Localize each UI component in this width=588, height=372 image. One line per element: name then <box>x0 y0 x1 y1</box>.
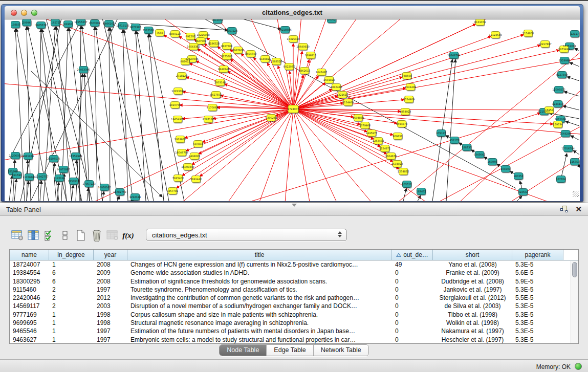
table-cell[interactable]: 5.3E-5 <box>512 260 563 269</box>
table-cell[interactable]: 1997 <box>94 327 127 335</box>
table-cell[interactable]: 0 <box>392 327 433 335</box>
table-row[interactable]: 911546021997Tourette syndrome. Phenomeno… <box>10 286 578 294</box>
table-cell[interactable]: Wolkin et al. (1998) <box>433 319 512 327</box>
table-cell[interactable]: 2008 <box>94 277 127 286</box>
table-cell[interactable]: Corpus callosum shape and size in male p… <box>127 311 392 319</box>
column-header-in_degree[interactable]: in_degree <box>49 250 94 260</box>
table-row[interactable]: 1938455462009Genome-wide association stu… <box>10 269 578 277</box>
table-cell[interactable]: 18300295 <box>10 277 49 286</box>
table-selector-combo[interactable]: citations_edges.txt <box>146 229 347 241</box>
table-cell[interactable]: 5.3E-5 <box>512 336 563 344</box>
table-cell[interactable]: 9699695 <box>10 319 49 327</box>
table-row[interactable]: 946362711997Embryonic stem cells: a mode… <box>10 336 578 344</box>
table-cell[interactable]: Franke et al. (2009) <box>433 269 512 277</box>
table-cell[interactable]: 18724007 <box>10 260 49 269</box>
table-cell[interactable]: 2 <box>49 302 94 310</box>
table-cell[interactable]: 2008 <box>94 260 127 269</box>
table-cell[interactable]: 0 <box>392 294 433 302</box>
table-cell[interactable]: 0 <box>392 311 433 319</box>
table-cell[interactable]: Yano et al. (2008) <box>433 260 512 269</box>
table-row[interactable]: 1872400712008Changes of HCN gene express… <box>10 260 578 269</box>
memory-status-indicator-icon[interactable] <box>575 363 582 370</box>
table-cell[interactable]: 0 <box>392 277 433 286</box>
table-cell[interactable]: Genome-wide association studies in ADHD. <box>127 269 392 277</box>
table-panel-header[interactable]: Table Panel ✕ <box>0 203 588 216</box>
table-row[interactable]: 1830029562008Estimation of significance … <box>10 277 578 286</box>
table-cell[interactable]: 19384554 <box>10 269 49 277</box>
table-cell[interactable]: 0 <box>392 302 433 310</box>
table-cell[interactable]: Estimation of the future numbers of pati… <box>127 327 392 335</box>
table-cell[interactable]: 2009 <box>94 269 127 277</box>
window-resize-grip[interactable] <box>573 191 579 197</box>
table-mode-button[interactable] <box>9 228 25 243</box>
table-cell[interactable]: Structural magnetic resonance image aver… <box>127 319 392 327</box>
table-cell[interactable]: 6 <box>49 277 94 286</box>
row-height-button[interactable] <box>57 228 73 243</box>
table-cell[interactable]: Disruption of a novel member of a sodium… <box>127 302 392 310</box>
table-cell[interactable]: 9115460 <box>10 286 49 294</box>
delete-columns-button[interactable] <box>89 228 104 243</box>
table-cell[interactable]: Jankovic et al. (1997) <box>433 286 512 294</box>
table-cell[interactable]: 14569117 <box>10 302 49 310</box>
destroy-table-button-disabled[interactable] <box>104 228 120 243</box>
function-builder-button[interactable]: f(x) <box>120 228 136 243</box>
table-cell[interactable]: 22420046 <box>10 294 49 302</box>
select-columns-button[interactable] <box>41 228 57 243</box>
table-cell[interactable]: 1998 <box>94 319 127 327</box>
table-cell[interactable]: 1 <box>49 327 94 335</box>
table-cell[interactable]: 1 <box>49 319 94 327</box>
table-cell[interactable]: 2003 <box>94 302 127 310</box>
table-cell[interactable]: 0 <box>392 286 433 294</box>
table-cell[interactable]: de Silva et al. (2003) <box>433 302 512 310</box>
table-cell[interactable]: 6 <box>49 269 94 277</box>
table-cell[interactable]: 1 <box>49 336 94 344</box>
table-cell[interactable]: 2 <box>49 294 94 302</box>
table-cell[interactable]: 5.9E-5 <box>512 277 563 286</box>
split-drag-handle-icon[interactable] <box>292 204 297 207</box>
table-cell[interactable]: Hescheler et al. (1997) <box>433 336 512 344</box>
show-column-button[interactable] <box>25 228 41 243</box>
table-cell[interactable]: 1997 <box>94 336 127 344</box>
table-cell[interactable]: 1997 <box>94 286 127 294</box>
table-cell[interactable]: 5.5E-5 <box>512 294 563 302</box>
table-cell[interactable]: Investigating the contribution of common… <box>127 294 392 302</box>
table-cell[interactable]: 49 <box>392 260 433 269</box>
table-cell[interactable]: 0 <box>392 319 433 327</box>
network-window-titlebar[interactable]: citations_edges.txt <box>5 6 580 19</box>
vertical-scrollbar[interactable] <box>571 261 578 344</box>
table-row[interactable]: 1456911722003Disruption of a novel membe… <box>10 302 578 310</box>
tab-edge-table[interactable]: Edge Table <box>267 345 313 356</box>
table-cell[interactable]: 0 <box>392 269 433 277</box>
table-cell[interactable]: 5.6E-5 <box>512 269 563 277</box>
column-header-title[interactable]: title <box>127 250 392 260</box>
table-cell[interactable]: 1 <box>49 260 94 269</box>
table-cell[interactable]: Tourette syndrome. Phenomenology and cla… <box>127 286 392 294</box>
table-cell[interactable]: Nakamura et al. (1997) <box>433 327 512 335</box>
table-row[interactable]: 2242004622012Investigating the contribut… <box>10 294 578 302</box>
float-window-icon[interactable] <box>560 205 568 213</box>
table-cell[interactable]: 1 <box>49 311 94 319</box>
table-cell[interactable]: Stergiakouli et al. (2012) <box>433 294 512 302</box>
table-row[interactable]: 946554611997Estimation of the future num… <box>10 327 578 335</box>
table-cell[interactable]: Estimation of significance thresholds fo… <box>127 277 392 286</box>
table-cell[interactable]: 9777169 <box>10 311 49 319</box>
table-cell[interactable]: 5.3E-5 <box>512 286 563 294</box>
column-header-year[interactable]: year <box>94 250 127 260</box>
new-table-button[interactable] <box>73 228 89 243</box>
table-cell[interactable]: 0 <box>392 336 433 344</box>
table-row[interactable]: 977716911998Corpus callosum shape and si… <box>10 311 578 319</box>
table-cell[interactable]: 5.3E-5 <box>512 319 563 327</box>
table-cell[interactable]: 2 <box>49 286 94 294</box>
network-canvas[interactable]: 1988320996190557216572919061095523715276… <box>5 19 580 201</box>
table-cell[interactable]: 9465546 <box>10 327 49 335</box>
close-icon[interactable]: ✕ <box>575 205 582 213</box>
table-cell[interactable]: 2012 <box>94 294 127 302</box>
column-header-short[interactable]: short <box>433 250 512 260</box>
table-cell[interactable]: Dudbridge et al. (2008) <box>433 277 512 286</box>
tab-node-table[interactable]: Node Table <box>220 345 267 356</box>
tab-network-table[interactable]: Network Table <box>314 345 368 356</box>
table-cell[interactable]: 9463627 <box>10 336 49 344</box>
table-cell[interactable]: 5.3E-5 <box>512 311 563 319</box>
table-cell[interactable]: 1998 <box>94 311 127 319</box>
table-row[interactable]: 969969511998Structural magnetic resonanc… <box>10 319 578 327</box>
